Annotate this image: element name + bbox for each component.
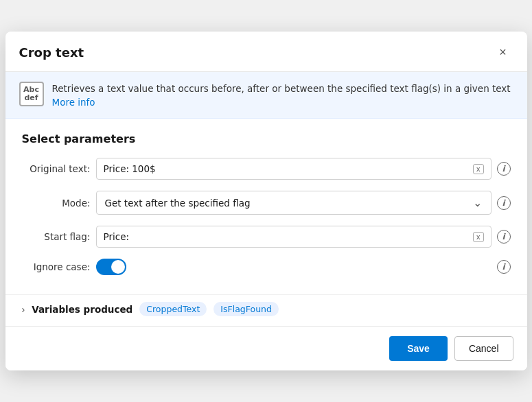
ignore-case-toggle[interactable] bbox=[96, 259, 126, 275]
original-text-value: Price: 100$ bbox=[104, 163, 156, 174]
dialog-header: Crop text × bbox=[5, 32, 527, 72]
ignore-case-info-icon[interactable]: i bbox=[497, 260, 511, 274]
section-title: Select parameters bbox=[22, 132, 511, 145]
start-flag-control: Price: x i bbox=[96, 226, 511, 248]
toggle-track bbox=[96, 259, 126, 275]
params-section: Select parameters Original text: Price: … bbox=[5, 119, 527, 294]
variables-label: Variables produced bbox=[32, 304, 132, 315]
original-text-clear-button[interactable]: x bbox=[473, 164, 484, 174]
chevron-down-icon: ⌄ bbox=[473, 196, 482, 209]
banner-content: Retrieves a text value that occurs befor… bbox=[52, 82, 511, 108]
cropped-text-badge: CroppedText bbox=[139, 302, 207, 316]
original-text-row: Original text: Price: 100$ x i bbox=[22, 158, 511, 180]
dialog-footer: Save Cancel bbox=[5, 326, 527, 370]
ignore-case-label: Ignore case: bbox=[22, 261, 91, 272]
start-flag-input-wrapper[interactable]: Price: x bbox=[96, 226, 491, 248]
start-flag-clear-button[interactable]: x bbox=[473, 232, 484, 242]
original-text-info-icon[interactable]: i bbox=[497, 162, 511, 176]
mode-select-value: Get text after the specified flag bbox=[105, 198, 251, 209]
original-text-input-wrapper[interactable]: Price: 100$ x bbox=[96, 158, 491, 180]
mode-select[interactable]: Get text after the specified flag ⌄ bbox=[96, 191, 491, 215]
start-flag-row: Start flag: Price: x i bbox=[22, 226, 511, 248]
mode-label: Mode: bbox=[22, 198, 91, 209]
mode-row: Mode: Get text after the specified flag … bbox=[22, 191, 511, 215]
close-button[interactable]: × bbox=[493, 43, 513, 63]
save-button[interactable]: Save bbox=[389, 336, 448, 361]
start-flag-info-icon[interactable]: i bbox=[497, 230, 511, 244]
start-flag-value: Price: bbox=[104, 231, 129, 242]
cancel-button[interactable]: Cancel bbox=[454, 336, 513, 361]
mode-control: Get text after the specified flag ⌄ i bbox=[96, 191, 511, 215]
start-flag-label: Start flag: bbox=[22, 231, 91, 242]
abc-icon: Abcdef bbox=[19, 82, 44, 106]
dialog-title: Crop text bbox=[19, 45, 84, 60]
info-banner: Abcdef Retrieves a text value that occur… bbox=[5, 72, 527, 119]
mode-info-icon[interactable]: i bbox=[497, 196, 511, 210]
original-text-control: Price: 100$ x i bbox=[96, 158, 511, 180]
original-text-label: Original text: bbox=[22, 163, 91, 174]
ignore-case-control: i bbox=[96, 259, 511, 275]
toggle-thumb bbox=[111, 260, 125, 274]
more-info-link[interactable]: More info bbox=[52, 97, 95, 108]
crop-text-dialog: Crop text × Abcdef Retrieves a text valu… bbox=[5, 32, 527, 370]
banner-description: Retrieves a text value that occurs befor… bbox=[52, 82, 511, 95]
variables-expand-button[interactable]: › bbox=[22, 304, 25, 315]
ignore-case-row: Ignore case: i bbox=[22, 259, 511, 275]
is-flag-found-badge: IsFlagFound bbox=[213, 302, 279, 316]
variables-row: › Variables produced CroppedText IsFlagF… bbox=[5, 294, 527, 326]
